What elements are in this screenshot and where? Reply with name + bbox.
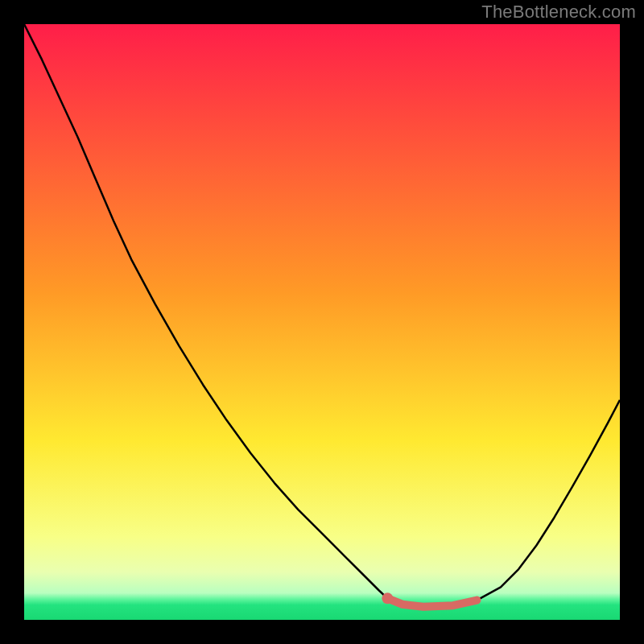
plot-area (24, 24, 620, 620)
curve-layer (24, 24, 620, 620)
optimal-start-dot (382, 592, 393, 604)
bottleneck-curve (24, 24, 620, 607)
chart-frame: TheBottleneck.com (0, 0, 644, 644)
watermark-text: TheBottleneck.com (481, 2, 636, 23)
optimal-range-marker (387, 598, 477, 606)
